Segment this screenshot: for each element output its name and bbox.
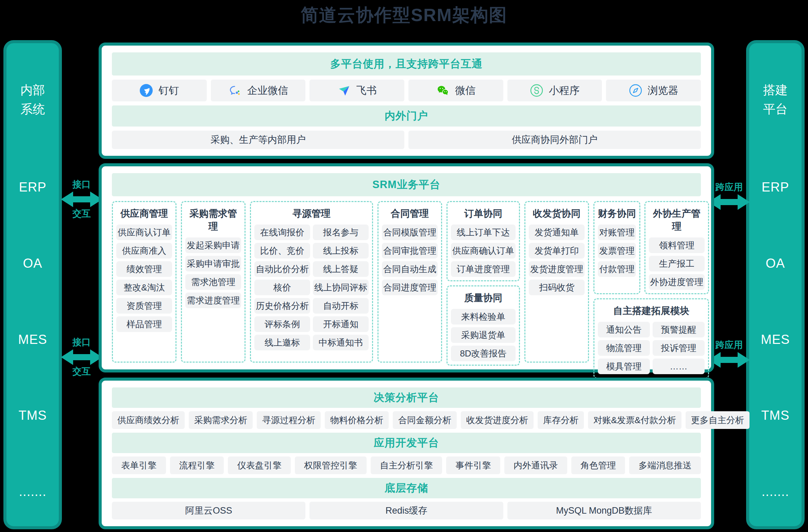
right-sidebar: 搭建 平台 ERP OA MES TMS ....... <box>746 40 805 529</box>
module-chip: 报名参与 <box>313 225 369 240</box>
module-chip: 扫码收货 <box>529 280 585 295</box>
left-sidebar-item-mes: MES <box>18 332 47 347</box>
srm-col-shipping: 收发货协同 发货通知单发货单打印发货进度管理扫码收货 <box>524 201 589 363</box>
srm-col-title: 订单协同 <box>451 205 516 222</box>
srm-panel: SRM业务平台 供应商管理 供应商认订单供应商准入绩效管理整改&淘汰资质管理样品… <box>99 163 714 372</box>
module-chip: 生产报工 <box>649 256 705 271</box>
left-top-connector-label-bottom: 交互 <box>72 209 91 219</box>
srm-box-order: 订单协同 线上订单下达供应商确认订单订单进度管理 <box>447 201 520 281</box>
analysis-banner: 决策分析平台 <box>112 387 701 408</box>
module-chip: 合同进度管理 <box>382 280 438 295</box>
left-sidebar-header-line1: 内部 <box>20 81 45 100</box>
module-chip: 供应商确认订单 <box>451 243 516 259</box>
left-sidebar-item-erp: ERP <box>19 180 46 195</box>
module-chip: 自动开标 <box>313 298 369 314</box>
module-chip: 评标条例 <box>254 316 310 332</box>
platform-label: 钉钉 <box>158 84 179 98</box>
platform-label: 浏览器 <box>648 84 678 98</box>
module-chip: 线上订单下达 <box>451 225 516 240</box>
srm-col-list: 供应商认订单供应商准入绩效管理整改&淘汰资质管理样品管理 <box>116 225 172 332</box>
platform-chip-wechat: 微信 <box>408 80 503 101</box>
engine-chip: 多端消息推送 <box>629 456 701 474</box>
engine-chip: 流程引擎 <box>170 456 224 474</box>
module-chip: 模具管理 <box>598 359 650 374</box>
platform-panel: 多平台使用，且支持跨平台互通 钉钉 企业微信 <box>99 43 714 159</box>
module-chip: 开标通知 <box>313 316 369 332</box>
module-chip: 采购申请审批 <box>185 256 241 271</box>
left-sidebar-item-tms: TMS <box>18 408 47 423</box>
srm-col-contract: 合同管理 合同模版管理合同审批管理合同自动生成合同进度管理 <box>377 201 442 363</box>
portal-chip-internal: 采购、生产等内部用户 <box>112 131 404 149</box>
srm-col-finance-outsourcing: 财务协同 对账管理发票管理付款管理 外协生产管理 领料管理生产报工外协进度管理 … <box>593 201 709 363</box>
foundation-panel: 决策分析平台 供应商绩效分析采购需求分析寻源过程分析物料价格分析合同金额分析收发… <box>99 378 714 529</box>
module-chip: 线上协同评标 <box>313 280 369 295</box>
left-sidebar-header: 内部 系统 <box>20 81 45 119</box>
module-chip: 发票管理 <box>598 243 636 259</box>
double-arrow-icon <box>61 190 102 208</box>
platform-label: 飞书 <box>356 84 377 98</box>
page-title: 简道云协作型SRM架构图 <box>0 3 808 27</box>
right-sidebar-item-tms: TMS <box>761 408 789 423</box>
right-sidebar-item-erp: ERP <box>761 180 789 195</box>
analysis-row: 供应商绩效分析采购需求分析寻源过程分析物料价格分析合同金额分析收发货进度分析库存… <box>112 411 701 429</box>
right-sidebar-header: 搭建 平台 <box>763 81 788 119</box>
srm-col-list: 来料检验单采购退货单8D改善报告 <box>451 309 516 361</box>
srm-col-list: 线上订单下达供应商确认订单订单进度管理 <box>451 225 516 277</box>
analysis-chip: 寻源过程分析 <box>257 411 321 429</box>
module-chip: 订单进度管理 <box>451 261 516 277</box>
right-sidebar-item-mes: MES <box>761 332 790 347</box>
module-chip: 外协进度管理 <box>649 274 705 290</box>
srm-col-title: 收发货协同 <box>529 205 585 222</box>
module-chip: 付款管理 <box>598 261 636 277</box>
module-chip: 投诉管理 <box>653 340 705 356</box>
analysis-chip: 供应商绩效分析 <box>112 411 185 429</box>
analysis-chip: 收发货进度分析 <box>461 411 534 429</box>
engine-chip: 内外通讯录 <box>504 456 567 474</box>
miniprogram-icon <box>530 84 543 97</box>
left-bottom-connector-label-bottom: 交互 <box>72 367 91 377</box>
platform-chip-wecom: 企业微信 <box>211 80 306 101</box>
platform-chip-browser: 浏览器 <box>606 80 701 101</box>
double-arrow-icon <box>708 351 750 369</box>
srm-col-list: 领料管理生产报工外协进度管理 <box>649 237 705 290</box>
module-chip: 自动比价分析 <box>254 261 310 277</box>
wechat-icon <box>436 84 450 97</box>
srm-box-custom: 自主搭建拓展模块 通知公告预警提醒物流管理投诉管理模具管理…… <box>593 298 709 379</box>
module-chip: 通知公告 <box>598 322 650 337</box>
storage-row: 阿里云OSSRedis缓存MySQL MongDB数据库 <box>112 502 701 519</box>
platform-banner: 多平台使用，且支持跨平台互通 <box>112 52 701 76</box>
srm-box-finance: 财务协同 对账管理发票管理付款管理 <box>593 201 640 294</box>
module-chip: 物流管理 <box>598 340 650 356</box>
module-chip: 来料检验单 <box>451 309 516 325</box>
module-chip: 中标通知书 <box>313 335 369 350</box>
srm-box-quality: 质量协同 来料检验单采购退货单8D改善报告 <box>447 285 520 366</box>
srm-col-sourcing: 寻源管理 在线询报价报名参与比价、竞价线上投标自动比价分析线上答疑核价线上协同评… <box>250 201 373 363</box>
module-chip: 历史价格分析 <box>254 298 310 314</box>
srm-col-list: 发起采购申请采购申请审批需求池管理需求进度管理 <box>185 237 241 308</box>
srm-box-outsourcing: 外协生产管理 领料管理生产报工外协进度管理 <box>644 201 709 294</box>
browser-icon <box>629 84 642 97</box>
module-chip: 发货通知单 <box>529 225 585 240</box>
engine-chip: 角色管理 <box>571 456 625 474</box>
feishu-icon <box>337 84 351 97</box>
module-chip: 需求进度管理 <box>185 293 241 308</box>
module-chip: 合同自动生成 <box>382 261 438 277</box>
module-chip: 发货进度管理 <box>529 261 585 277</box>
module-chip: 样品管理 <box>116 316 172 332</box>
srm-col-list: 对账管理发票管理付款管理 <box>598 225 636 277</box>
engine-chip: 仪表盘引擎 <box>228 456 291 474</box>
double-arrow-icon <box>708 193 750 211</box>
diagram-canvas: 简道云协作型SRM架构图 内部 系统 ERP OA MES TMS ......… <box>0 0 808 532</box>
wecom-icon <box>228 84 242 97</box>
module-chip: 对账管理 <box>598 225 636 240</box>
platform-chip-feishu: 飞书 <box>309 80 404 101</box>
right-sidebar-header-line2: 平台 <box>763 100 788 119</box>
module-chip: 合同模版管理 <box>382 225 438 240</box>
srm-columns: 供应商管理 供应商认订单供应商准入绩效管理整改&淘汰资质管理样品管理 采购需求管… <box>112 201 701 363</box>
module-chip: 供应商认订单 <box>116 225 172 240</box>
dingtalk-icon <box>139 84 153 97</box>
module-chip: 发货单打印 <box>529 243 585 259</box>
analysis-chip: 物料价格分析 <box>325 411 389 429</box>
left-sidebar: 内部 系统 ERP OA MES TMS ....... <box>3 40 62 529</box>
srm-col-list: 合同模版管理合同审批管理合同自动生成合同进度管理 <box>382 225 438 295</box>
